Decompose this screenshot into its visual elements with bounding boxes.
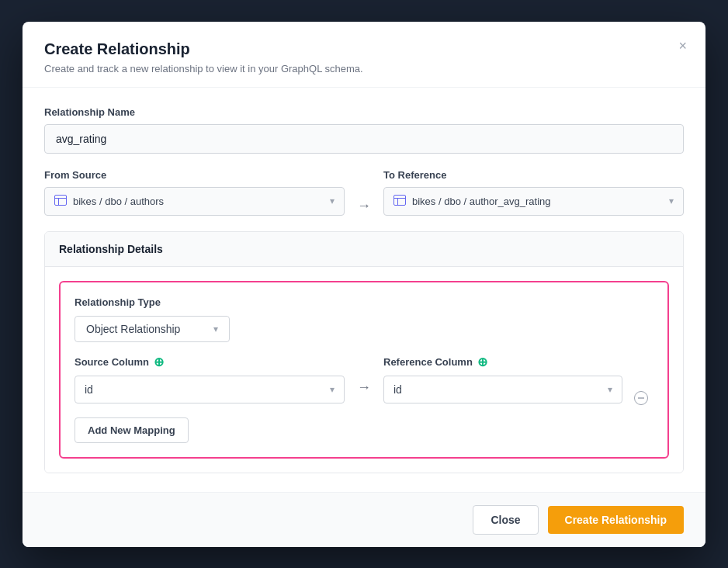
to-reference-group: To Reference bikes / dbo / author_avg_ra…	[383, 169, 684, 216]
relationship-type-chevron-icon: ▾	[213, 324, 218, 334]
relationship-type-box: Relationship Type Object Relationship ▾ …	[59, 281, 669, 459]
modal-overlay: Create Relationship Create and track a n…	[0, 0, 728, 568]
modal-header: Create Relationship Create and track a n…	[23, 22, 705, 88]
from-source-group: From Source bikes / dbo / authors ▾	[44, 169, 345, 216]
modal-footer: Close Create Relationship	[23, 492, 705, 547]
source-column-group: Source Column ⊕ id ▾	[75, 355, 345, 403]
reference-column-group: Reference Column ⊕ id ▾	[383, 355, 653, 403]
reference-column-select[interactable]: id ▾	[383, 376, 622, 403]
source-column-select[interactable]: id ▾	[75, 376, 345, 403]
source-reference-arrow: →	[345, 198, 383, 216]
to-reference-label: To Reference	[383, 169, 684, 181]
from-source-select[interactable]: bikes / dbo / authors ▾	[44, 187, 345, 216]
reference-column-select-wrapper: Reference Column ⊕ id ▾	[383, 355, 622, 403]
relationship-type-select[interactable]: Object Relationship ▾	[75, 316, 230, 342]
reference-column-chevron-icon: ▾	[608, 384, 612, 395]
create-relationship-modal: Create Relationship Create and track a n…	[23, 22, 705, 547]
table-icon-source	[54, 195, 67, 208]
svg-rect-0	[55, 195, 67, 205]
close-icon-button[interactable]: ×	[675, 36, 690, 56]
relationship-type-label: Relationship Type	[75, 296, 653, 308]
source-column-chevron-icon: ▾	[330, 384, 335, 395]
svg-rect-3	[394, 195, 406, 205]
table-icon-reference	[393, 195, 406, 208]
relationship-details-body: Relationship Type Object Relationship ▾ …	[45, 267, 683, 473]
source-column-add-icon[interactable]: ⊕	[154, 355, 164, 369]
column-mapping-row: Source Column ⊕ id ▾ →	[75, 355, 653, 403]
create-relationship-button[interactable]: Create Relationship	[548, 506, 684, 534]
modal-body: Relationship Name From Source	[23, 88, 705, 492]
modal-title: Create Relationship	[44, 40, 684, 58]
column-mapping-arrow: →	[345, 362, 383, 396]
to-reference-text: bikes / dbo / author_avg_rating	[412, 196, 663, 207]
remove-mapping-button[interactable]	[629, 376, 653, 403]
to-reference-select[interactable]: bikes / dbo / author_avg_rating ▾	[383, 187, 684, 216]
relationship-type-value: Object Relationship	[86, 323, 204, 335]
reference-column-value: id	[393, 383, 608, 396]
from-source-label: From Source	[44, 169, 345, 181]
modal-subtitle: Create and track a new relationship to v…	[44, 63, 684, 74]
add-new-mapping-button[interactable]: Add New Mapping	[75, 417, 189, 443]
reference-column-add-icon[interactable]: ⊕	[477, 355, 487, 369]
relationship-name-label: Relationship Name	[44, 106, 684, 118]
from-source-chevron-icon: ▾	[330, 196, 335, 206]
from-source-text: bikes / dbo / authors	[73, 196, 324, 207]
relationship-details-header: Relationship Details	[45, 232, 683, 267]
source-column-value: id	[85, 383, 330, 396]
relationship-name-group: Relationship Name	[44, 106, 684, 154]
relationship-details-card: Relationship Details Relationship Type O…	[44, 231, 684, 473]
source-column-label: Source Column ⊕	[75, 355, 345, 369]
to-reference-chevron-icon: ▾	[669, 196, 674, 206]
relationship-name-input[interactable]	[44, 124, 684, 154]
reference-column-label: Reference Column ⊕	[383, 355, 622, 369]
close-button[interactable]: Close	[473, 505, 538, 535]
source-reference-row: From Source bikes / dbo / authors ▾	[44, 169, 684, 216]
